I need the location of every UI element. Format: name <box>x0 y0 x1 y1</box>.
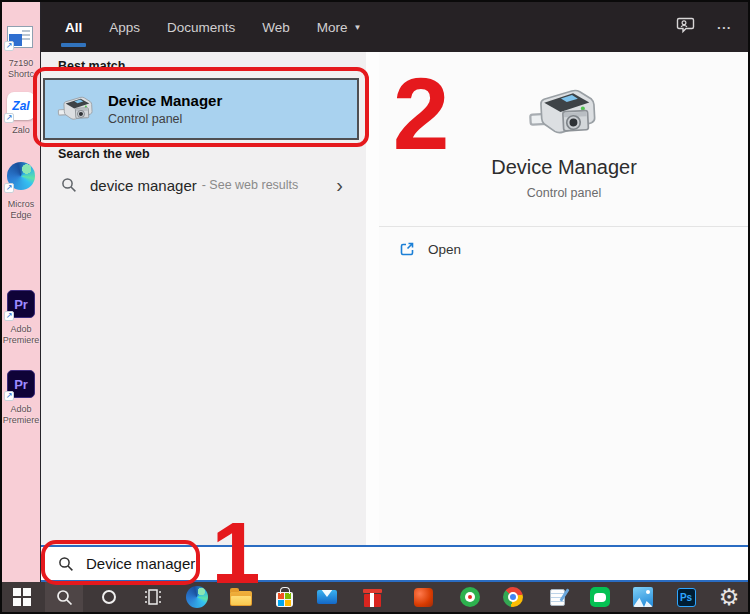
shortcut-arrow-icon: ↗ <box>4 391 14 401</box>
taskbar-target-app[interactable] <box>455 582 485 612</box>
taskbar-office[interactable] <box>408 582 438 612</box>
photos-icon <box>633 587 653 607</box>
gift-icon <box>364 594 381 607</box>
windows-search-screen: ↗ 7z190 Shortc Zal ↗ Zalo ↗ Micros Edge … <box>0 0 750 614</box>
options-ellipsis-icon[interactable]: ••• <box>718 23 732 32</box>
dartboard-icon <box>460 587 480 607</box>
desktop-icon-7zip[interactable]: ↗ <box>7 26 33 48</box>
task-view-button[interactable] <box>138 582 168 612</box>
taskbar-chrome[interactable] <box>498 582 528 612</box>
preview-subtitle: Control panel <box>379 186 749 200</box>
device-manager-icon-large <box>528 82 600 146</box>
desktop-icon-label: Zalo <box>2 125 40 136</box>
search-input-value: Device manager <box>86 555 195 572</box>
best-match-result-device-manager[interactable]: Device Manager Control panel <box>43 78 359 140</box>
taskbar-notepad[interactable] <box>542 582 572 612</box>
taskbar-photos[interactable] <box>628 582 658 612</box>
cortana-icon <box>102 590 116 604</box>
open-icon <box>399 241 415 257</box>
chevron-right-icon[interactable]: › <box>336 175 343 195</box>
device-manager-icon <box>57 93 95 126</box>
search-flyout: All Apps Documents Web More ▼ ••• <box>40 2 748 582</box>
search-web-header: Search the web <box>58 147 150 161</box>
open-action[interactable]: Open <box>379 227 749 257</box>
taskbar: Ps ⚙ <box>2 582 748 612</box>
office-icon <box>414 588 433 607</box>
taskbar-photoshop[interactable]: Ps <box>671 582 701 612</box>
best-match-header: Best match <box>58 59 125 73</box>
notepad-icon <box>550 589 565 606</box>
search-filter-bar: All Apps Documents Web More ▼ ••• <box>41 2 748 52</box>
desktop-icon-label: Adob <box>2 404 40 415</box>
desktop-icon-edge[interactable]: ↗ <box>7 162 35 190</box>
feedback-icon[interactable] <box>676 16 696 38</box>
search-icon <box>58 556 74 572</box>
gear-icon: ⚙ <box>719 586 740 609</box>
taskbar-line[interactable] <box>585 582 615 612</box>
best-match-title: Device Manager <box>108 92 222 109</box>
desktop-icon-label: Premiere <box>2 415 40 426</box>
cortana-button[interactable] <box>94 582 124 612</box>
web-result-suffix: - See web results <box>202 178 299 192</box>
task-view-icon <box>144 589 162 605</box>
preview-title: Device Manager <box>379 156 749 179</box>
shortcut-arrow-icon: ↗ <box>4 311 14 321</box>
desktop-icon-label: Shortc <box>2 69 40 80</box>
desktop-icon-zalo[interactable]: Zal ↗ <box>7 92 35 120</box>
preview-panel: Device Manager Control panel Open <box>379 52 749 545</box>
start-button[interactable] <box>7 582 37 612</box>
desktop-icon-label: Premiere <box>2 335 40 346</box>
desktop-icon-label: Edge <box>2 210 40 221</box>
search-icon <box>56 589 73 606</box>
tab-documents[interactable]: Documents <box>167 2 235 52</box>
desktop-icon-premiere-2[interactable]: Pr ↗ <box>7 370 35 398</box>
search-input[interactable]: Device manager <box>41 545 749 582</box>
folder-icon <box>230 591 252 606</box>
store-icon <box>276 592 293 607</box>
results-panel: Best match Devic <box>41 52 366 545</box>
best-match-subtitle: Control panel <box>108 112 222 126</box>
photoshop-icon: Ps <box>677 588 696 607</box>
taskbar-edge[interactable] <box>182 582 212 612</box>
taskbar-settings[interactable]: ⚙ <box>714 582 744 612</box>
text-caret <box>197 555 199 573</box>
taskbar-gift-app[interactable] <box>357 582 387 612</box>
tab-all[interactable]: All <box>65 2 82 52</box>
shortcut-arrow-icon: ↗ <box>4 183 14 193</box>
desktop-icon-label: Adob <box>2 324 40 335</box>
tab-web[interactable]: Web <box>262 2 290 52</box>
windows-logo-icon <box>13 588 31 606</box>
line-messenger-icon <box>590 587 610 607</box>
desktop-background: ↗ 7z190 Shortc Zal ↗ Zalo ↗ Micros Edge … <box>2 2 40 582</box>
tab-apps[interactable]: Apps <box>109 2 140 52</box>
scrollbar[interactable] <box>366 52 379 545</box>
shortcut-arrow-icon: ↗ <box>4 41 14 51</box>
mail-icon <box>317 590 337 604</box>
shortcut-arrow-icon: ↗ <box>4 113 14 123</box>
chrome-icon <box>503 587 523 607</box>
open-label: Open <box>428 242 461 257</box>
taskbar-mail[interactable] <box>312 582 342 612</box>
web-result-query: device manager <box>90 177 197 194</box>
search-icon <box>61 177 77 193</box>
chevron-down-icon: ▼ <box>354 23 362 32</box>
desktop-icon-premiere-1[interactable]: Pr ↗ <box>7 290 35 318</box>
taskbar-file-explorer[interactable] <box>226 582 256 612</box>
tab-more[interactable]: More ▼ <box>317 2 362 52</box>
desktop-icon-label: 7z190 <box>2 58 40 69</box>
desktop-icon-label: Micros <box>2 199 40 210</box>
edge-icon <box>186 586 208 608</box>
taskbar-store[interactable] <box>269 582 299 612</box>
taskbar-search-button[interactable] <box>45 582 83 612</box>
web-result-device-manager[interactable]: device manager - See web results › <box>43 166 359 204</box>
